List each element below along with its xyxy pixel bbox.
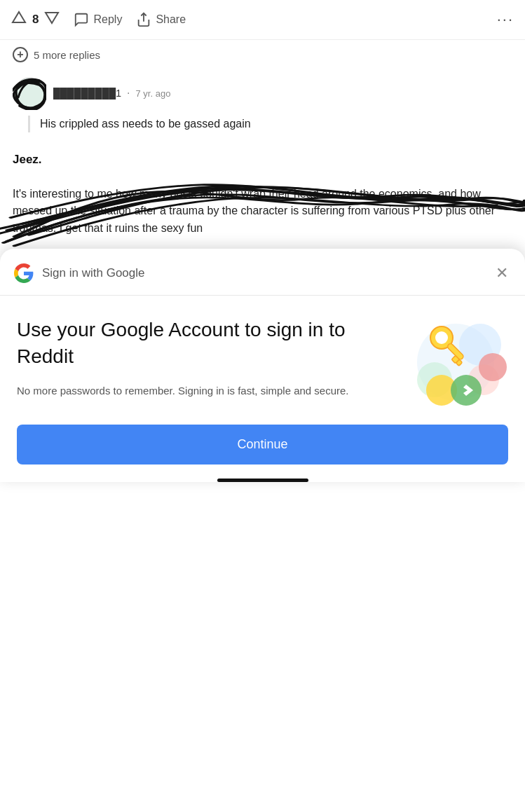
comment-time: 7 yr. ago	[136, 88, 171, 99]
upvote-button[interactable]	[11, 10, 27, 29]
reddit-comment-section: 8 Reply Share ··· + 5 more repl	[0, 0, 525, 249]
downvote-button[interactable]	[44, 10, 60, 29]
google-illustration	[403, 317, 508, 408]
modal-text: Use your Google Account to sign in to Re…	[17, 317, 396, 399]
modal-header: Sign in with Google ✕	[0, 249, 525, 296]
vote-group: 8	[11, 10, 60, 29]
main-comment: Jeez.	[0, 139, 525, 180]
svg-point-11	[479, 353, 507, 381]
reply-button[interactable]: Reply	[74, 12, 122, 27]
comment-username: █████████1	[53, 88, 121, 99]
action-bar: 8 Reply Share ···	[0, 0, 525, 40]
modal-subtitle: No more passwords to remember. Signing i…	[17, 383, 396, 399]
comment-block: █████████1 · 7 yr. ago His crippled ass …	[0, 69, 525, 139]
main-comment-text: Jeez.	[13, 153, 42, 166]
google-signin-modal: Sign in with Google ✕ Use your Google Ac…	[0, 249, 525, 482]
home-indicator	[217, 479, 308, 482]
svg-marker-0	[13, 12, 25, 22]
more-replies-label: 5 more replies	[34, 49, 100, 61]
more-replies-button[interactable]: + 5 more replies	[0, 40, 525, 69]
paragraph-text: It's interesting to me how many posts co…	[13, 188, 495, 235]
expand-icon: +	[13, 47, 28, 62]
vote-count: 8	[32, 13, 39, 27]
comment-header: █████████1 · 7 yr. ago	[13, 76, 512, 110]
close-button[interactable]: ✕	[493, 261, 511, 285]
google-signin-label: Sign in with Google	[42, 266, 484, 280]
reply-label: Reply	[93, 13, 122, 26]
comment-body: His crippled ass needs to be gassed agai…	[28, 116, 512, 132]
modal-body: Use your Google Account to sign in to Re…	[0, 296, 525, 425]
comment-text: His crippled ass needs to be gassed agai…	[40, 118, 251, 130]
share-label: Share	[156, 13, 186, 26]
comment-meta: █████████1 · 7 yr. ago	[53, 87, 170, 99]
modal-title: Use your Google Account to sign in to Re…	[17, 317, 396, 370]
more-button[interactable]: ···	[497, 11, 514, 29]
svg-point-9	[451, 375, 482, 406]
continue-button[interactable]: Continue	[17, 425, 508, 465]
paragraph-block: It's interesting to me how many posts co…	[0, 180, 525, 249]
avatar	[13, 76, 46, 110]
share-button[interactable]: Share	[136, 12, 186, 27]
svg-marker-1	[46, 13, 58, 23]
google-logo-icon	[14, 263, 34, 283]
